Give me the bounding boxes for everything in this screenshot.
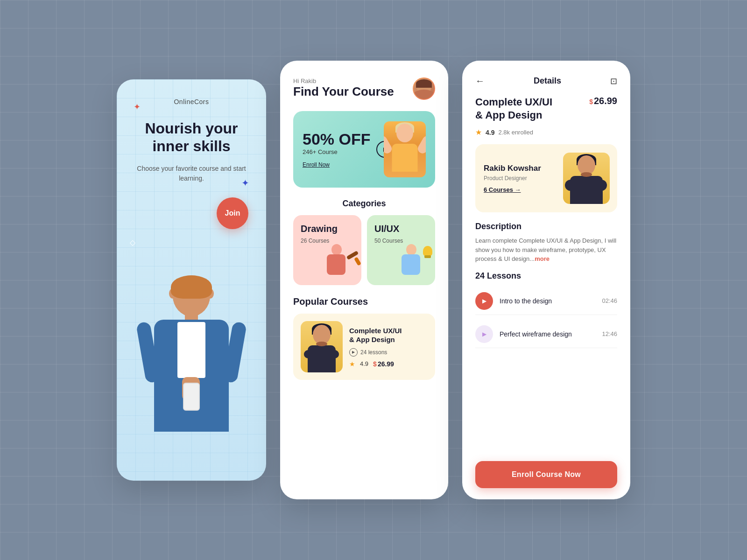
back-button[interactable]: ← — [475, 76, 485, 86]
course-price: $26.99 — [373, 360, 394, 368]
screen-onboarding: ✦ OnlineCors Nourish your inner skills C… — [117, 79, 266, 481]
onboarding-title: Nourish your inner skills — [130, 119, 253, 155]
greeting-text: Hi Rakib — [293, 77, 394, 84]
dollar-icon: $ — [373, 360, 377, 368]
instructor-role: Product Designer — [484, 175, 541, 182]
uiux-illustration — [400, 244, 432, 281]
lesson2-play-button[interactable]: ▶ — [475, 325, 493, 343]
course-details: Complete UX/UI& App Design ▶ 24 lessons … — [349, 326, 402, 368]
ci-arms — [304, 350, 339, 358]
category-drawing[interactable]: Drawing 26 Courses — [293, 215, 361, 285]
person-undershirt — [177, 322, 205, 378]
lesson-item-1: ▶ Intro to the design 02:46 — [475, 287, 617, 315]
instructor-courses-link[interactable]: 6 Courses → — [484, 186, 521, 193]
lesson1-play-icon: ▶ — [482, 298, 486, 304]
bookmark-icon: ⊡ — [610, 77, 617, 86]
person-phone — [183, 383, 200, 411]
category-drawing-name: Drawing — [301, 224, 354, 234]
enroll-button[interactable]: Enroll Course Now — [475, 461, 617, 488]
course-meta-row: ★ 4.9 $26.99 — [349, 360, 402, 368]
screen2-heading: Find Your Course — [293, 84, 394, 99]
read-more-link[interactable]: more — [535, 255, 550, 262]
banner-head — [396, 124, 413, 142]
categories-title: Categories — [293, 199, 435, 209]
banner-enroll-button[interactable]: Enroll Now — [303, 161, 330, 168]
banner-body — [392, 144, 418, 172]
instructor-photo — [563, 153, 610, 204]
drawing-illustration — [326, 244, 359, 281]
course-thumbnail — [301, 321, 343, 372]
star-red-icon: ✦ — [134, 102, 141, 112]
instr-arms — [565, 180, 607, 191]
enroll-area: Enroll Course Now — [462, 454, 630, 488]
banner-content: 50% OFF 246+ Course Enroll Now — [303, 130, 370, 168]
course-title: Complete UX/UI& App Design — [475, 96, 584, 121]
lesson1-duration: 02:46 — [602, 297, 617, 304]
promo-banner: 50% OFF 246+ Course Enroll Now ▶ — [293, 111, 435, 188]
rating-value: 4.9 — [486, 129, 494, 136]
description-text: Learn complete Complete UX/UI & App Desi… — [475, 236, 617, 264]
categories-list: Drawing 26 Courses UI/UX 50 Courses — [293, 215, 435, 285]
course-rating: 4.9 — [360, 360, 368, 367]
lessons-section-title: 24 Lessons — [475, 271, 617, 281]
category-uiux[interactable]: UI/UX 50 Courses — [367, 215, 435, 285]
app-logo: OnlineCors — [174, 98, 209, 105]
category-uiux-count: 50 Courses — [374, 238, 403, 244]
lesson-item-2: ▶ Perfect wireframe design 12:46 — [475, 321, 617, 348]
course-title-row: Complete UX/UI& App Design $26.99 — [475, 96, 617, 121]
greeting-area: Hi Rakib Find Your Course — [293, 77, 394, 108]
diamond-icon: ◇ — [130, 238, 135, 247]
rating-star-icon: ★ — [475, 128, 482, 137]
onboarding-subtitle: Choose your favorite course and start le… — [130, 164, 253, 183]
join-button[interactable]: Join — [217, 197, 248, 229]
lesson2-duration: 12:46 — [602, 330, 617, 337]
screen2-header: Hi Rakib Find Your Course — [293, 77, 435, 108]
lessons-play-icon: ▶ — [349, 348, 358, 357]
instructor-info: Rakib Kowshar Product Designer 6 Courses… — [484, 164, 541, 193]
popular-course-item[interactable]: Complete UX/UI& App Design ▶ 24 lessons … — [293, 314, 435, 380]
course-count-text: 246+ Course — [303, 148, 370, 155]
instructor-name: Rakib Kowshar — [484, 164, 541, 173]
bookmark-button[interactable]: ⊡ — [610, 76, 617, 86]
enrolled-count: 2.8k enrolled — [498, 129, 533, 136]
category-drawing-count: 26 Courses — [301, 238, 329, 244]
course-star-icon: ★ — [349, 360, 355, 368]
course-lessons-row: ▶ 24 lessons — [349, 348, 402, 357]
popular-courses-title: Popular Courses — [293, 296, 435, 307]
ci-body — [308, 345, 336, 372]
rating-row: ★ 4.9 2.8k enrolled — [475, 128, 617, 137]
lesson2-name: Perfect wireframe design — [500, 330, 595, 338]
details-header: ← Details ⊡ — [462, 61, 630, 96]
discount-text: 50% OFF — [303, 130, 370, 148]
person-hair — [171, 275, 212, 299]
instr-beard — [581, 172, 592, 177]
course-name: Complete UX/UI& App Design — [349, 326, 402, 344]
lessons-count: 24 lessons — [360, 349, 387, 356]
user-avatar[interactable] — [413, 77, 435, 100]
lesson1-name: Intro to the design — [500, 297, 595, 305]
instructor-card: Rakib Kowshar Product Designer 6 Courses… — [475, 144, 617, 212]
person-illustration — [117, 257, 266, 481]
details-body: Complete UX/UI& App Design $26.99 ★ 4.9 … — [462, 96, 630, 454]
course-price-tag: $26.99 — [589, 96, 617, 106]
screen-course-details: ← Details ⊡ Complete UX/UI& App Design $… — [462, 61, 630, 499]
details-screen-title: Details — [534, 76, 561, 86]
description-title: Description — [475, 222, 617, 231]
price-dollar-icon: $ — [589, 98, 593, 105]
category-uiux-name: UI/UX — [374, 224, 428, 234]
lesson1-play-button[interactable]: ▶ — [475, 292, 493, 310]
banner-person — [384, 121, 426, 177]
lesson2-play-icon: ▶ — [482, 331, 486, 337]
screen-find-course: Hi Rakib Find Your Course 50% OFF 246+ C… — [280, 61, 448, 499]
